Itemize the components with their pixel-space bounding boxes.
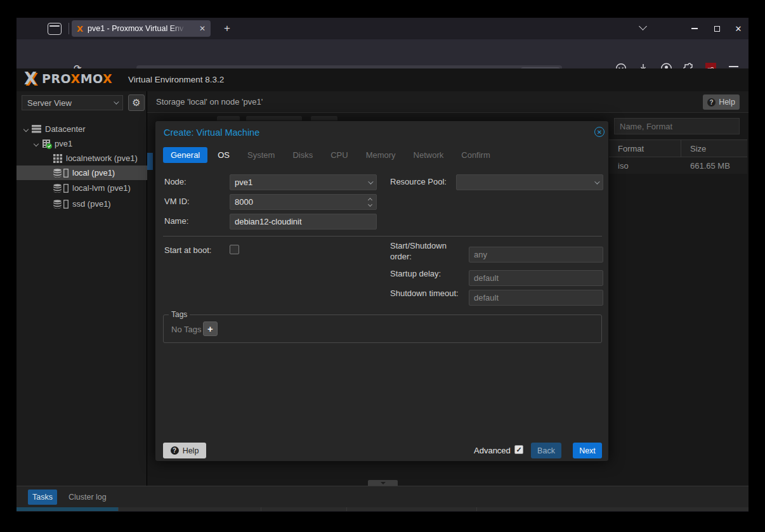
cluster-log-tab[interactable]: Cluster log — [69, 493, 107, 502]
window-maximize-button[interactable] — [706, 18, 728, 39]
vmid-spinner[interactable] — [230, 194, 377, 210]
cell-format: iso — [609, 157, 681, 174]
chevron-down-icon — [594, 179, 599, 184]
node-label: Node: — [164, 177, 186, 186]
tree-item-label: local (pve1) — [72, 168, 115, 178]
network-grid-icon — [53, 154, 62, 163]
node-combo[interactable]: pve1 — [230, 174, 377, 190]
dialog-tabs: General OS System Disks CPU Memory Netwo… — [163, 146, 498, 164]
table-header-row[interactable]: Format Size — [609, 139, 747, 157]
tags-legend: Tags — [169, 310, 190, 319]
browser-tab[interactable]: X pve1 - Proxmox Virtual Env ✕ — [72, 20, 211, 37]
tab-system[interactable]: System — [240, 147, 282, 163]
caret-down-icon[interactable] — [23, 126, 29, 131]
chevron-down-icon — [368, 179, 373, 184]
tags-fieldset: Tags No Tags + — [163, 315, 602, 343]
tree-item-pve1[interactable]: pve1 — [16, 136, 147, 151]
resource-tree: Datacenter pve1 localnetwork (pve1) — [16, 122, 147, 212]
logo-x-gray: X — [24, 69, 37, 88]
form-separator — [163, 236, 602, 237]
sidebar: Server View ⚙ Datacenter pve1 — [16, 91, 147, 486]
back-button[interactable]: Back — [531, 443, 561, 458]
vmid-label: VM ID: — [164, 197, 190, 206]
startup-delay-input[interactable] — [469, 270, 603, 286]
view-selector[interactable]: Server View — [22, 95, 123, 110]
dialog-close-icon[interactable]: ✕ — [594, 127, 605, 137]
column-size[interactable]: Size — [681, 140, 747, 157]
bottom-panel-collapse-handle[interactable] — [368, 480, 398, 486]
table-row[interactable]: iso 661.65 MB — [609, 157, 747, 174]
proxmox-wordmark: PROXMOX — [42, 72, 112, 86]
name-input[interactable] — [230, 214, 377, 230]
tab-cpu[interactable]: CPU — [323, 147, 355, 163]
new-tab-button[interactable]: + — [219, 21, 235, 36]
resource-pool-combo[interactable] — [456, 174, 603, 190]
tree-item-datacenter[interactable]: Datacenter — [16, 122, 147, 136]
window-minimize-button[interactable] — [684, 18, 705, 39]
start-at-boot-label: Start at boot: — [164, 245, 211, 255]
tab-network[interactable]: Network — [406, 147, 452, 163]
tab-memory[interactable]: Memory — [358, 147, 403, 163]
cell-size: 661.65 MB — [681, 157, 747, 174]
storage-icon — [53, 169, 69, 178]
table-filter-input[interactable]: Name, Format — [614, 118, 740, 134]
tree-item-local-lvm[interactable]: local-lvm (pve1) — [16, 180, 147, 196]
firefox-view-icon[interactable] — [48, 23, 62, 35]
tab-list-chevron-icon[interactable] — [639, 22, 647, 30]
resource-pool-label: Resource Pool: — [390, 177, 447, 186]
tree-item-label: localnetwork (pve1) — [66, 153, 138, 163]
name-label: Name: — [164, 216, 188, 226]
tab-disks[interactable]: Disks — [285, 147, 320, 163]
tree-item-local[interactable]: local (pve1) — [16, 165, 147, 180]
no-tags-label: No Tags — [171, 325, 201, 334]
window-close-button[interactable]: ✕ — [728, 18, 749, 39]
question-icon: ? — [171, 446, 179, 455]
content-header: Storage 'local' on node 'pve1' ? Help — [147, 91, 749, 113]
chevron-down-icon — [114, 99, 119, 104]
proxmox-header: XX PROXMOX Virtual Environment 8.3.2 Doc… — [16, 68, 749, 91]
content-title: Storage 'local' on node 'pve1' — [156, 97, 263, 107]
tab-separator — [69, 23, 69, 34]
start-at-boot-checkbox[interactable] — [230, 245, 239, 254]
tree-item-ssd[interactable]: ssd (pve1) — [16, 196, 147, 212]
selected-content-type-sliver — [147, 153, 153, 170]
spinner-arrows-icon[interactable] — [369, 198, 372, 206]
column-format[interactable]: Format — [609, 140, 681, 157]
status-bar: Tasks Cluster log — [16, 486, 749, 507]
tab-confirm[interactable]: Confirm — [454, 147, 498, 163]
proxmox-logo: XX PROXMOX — [24, 71, 112, 86]
next-button[interactable]: Next — [573, 443, 602, 458]
create-vm-dialog: Create: Virtual Machine ✕ General OS Sys… — [155, 120, 609, 462]
advanced-label: Advanced — [474, 446, 511, 455]
shutdown-timeout-label: Shutdown timeout: — [390, 289, 459, 298]
gear-icon[interactable]: ⚙ — [128, 94, 145, 111]
bottom-scroll-strip[interactable] — [16, 507, 749, 511]
storage-icon — [53, 200, 69, 209]
tab-close-icon[interactable]: ✕ — [199, 24, 206, 33]
tab-title: pve1 - Proxmox Virtual Env — [88, 24, 188, 33]
navigation-toolbar: ← → ⟳ https://192.168.1.70:8006/#v1:0:=s… — [16, 39, 749, 68]
tree-item-localnetwork[interactable]: localnetwork (pve1) — [16, 151, 147, 165]
shutdown-timeout-input[interactable] — [469, 290, 603, 306]
caret-down-icon[interactable] — [34, 141, 39, 146]
tasks-tab[interactable]: Tasks — [28, 490, 57, 505]
version-label: Virtual Environment 8.3.2 — [128, 75, 224, 84]
tab-bar: X pve1 - Proxmox Virtual Env ✕ + ✕ — [16, 18, 749, 39]
add-tag-button[interactable]: + — [203, 321, 218, 336]
tab-os[interactable]: OS — [210, 147, 237, 163]
question-icon: ? — [707, 98, 716, 107]
startshutdown-order-label: Start/Shutdown order: — [390, 240, 459, 262]
dialog-title: Create: Virtual Machine — [164, 127, 259, 138]
dialog-help-button[interactable]: ? Help — [163, 443, 206, 458]
tree-item-label: ssd (pve1) — [72, 199, 111, 209]
node-icon — [42, 139, 51, 148]
browser-window: X pve1 - Proxmox Virtual Env ✕ + ✕ ← → ⟳… — [16, 18, 749, 512]
storage-icon — [53, 184, 69, 193]
iso-table: Format Size iso 661.65 MB — [609, 139, 747, 174]
advanced-checkbox[interactable]: ✓ — [514, 445, 523, 454]
status-ok-icon — [46, 143, 52, 149]
proxmox-favicon: X — [77, 24, 83, 34]
tab-general[interactable]: General — [163, 147, 207, 163]
help-button[interactable]: ? Help — [703, 94, 740, 110]
startshutdown-order-input[interactable] — [469, 247, 603, 263]
